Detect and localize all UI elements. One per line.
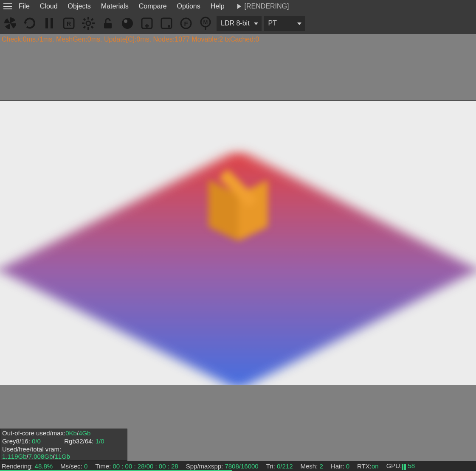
menu-compare[interactable]: Compare (134, 1, 172, 12)
ldr-dropdown-label: LDR 8-bit (221, 20, 250, 27)
ms-val: 0 (84, 463, 87, 470)
snapshot-icon[interactable] (158, 15, 175, 32)
tri-val: 0/212 (277, 463, 293, 470)
spp-val: 7808/16000 (225, 463, 258, 470)
refresh-icon[interactable] (21, 15, 38, 32)
vram-free: 7.008Gb (28, 453, 53, 460)
region-icon[interactable]: R (60, 15, 77, 32)
play-icon (237, 4, 241, 9)
svg-rect-0 (45, 18, 48, 28)
svg-line-11 (84, 26, 85, 28)
spp-label: Spp/maxspp: (186, 463, 225, 470)
scene-cube (208, 178, 268, 237)
svg-point-4 (86, 21, 90, 25)
svg-text:M: M (203, 19, 208, 25)
svg-line-10 (91, 26, 93, 28)
ooc-label: Out-of-core used/max: (2, 429, 65, 437)
hamburger-icon[interactable] (2, 0, 14, 12)
tri-label: Tri: (266, 463, 277, 470)
gpu-val: 58 (408, 462, 415, 469)
sphere-icon[interactable] (119, 15, 136, 32)
render-status: [RENDERING] (237, 3, 289, 10)
stats-panel: Out-of-core used/max:0Kb/4Gb Grey8/16: 0… (0, 429, 127, 461)
gear-icon[interactable] (80, 15, 97, 32)
vram-total: 11Gb (54, 453, 70, 460)
menu-cloud[interactable]: Cloud (35, 1, 63, 12)
mesh-label: Mesh: (301, 463, 320, 470)
focus-icon[interactable]: F (177, 15, 194, 32)
svg-line-12 (91, 19, 93, 20)
ms-label: Ms/sec: (60, 463, 84, 470)
ooc-used: 0Kb (65, 429, 77, 437)
render-status-label: [RENDERING] (245, 3, 289, 10)
render-icon[interactable] (2, 15, 19, 32)
menu-objects[interactable]: Objects (63, 1, 96, 12)
material-pin-icon[interactable]: M (197, 15, 214, 32)
svg-line-9 (84, 19, 85, 20)
hair-label: Hair: (331, 463, 346, 470)
svg-rect-1 (51, 18, 53, 28)
hair-val: 0 (346, 463, 349, 470)
debug-line: Check:0ms./1ms. MeshGen:0ms. Update[C]:0… (0, 34, 476, 45)
vram-label: Used/free/total vram: (2, 446, 61, 453)
menu-bar: File Cloud Objects Materials Compare Opt… (0, 0, 476, 13)
svg-rect-13 (104, 23, 112, 28)
rgb-val: 1/0 (96, 437, 104, 445)
mode-dropdown[interactable]: PT (264, 16, 305, 31)
grey-val: 0/0 (32, 437, 41, 445)
toolbar: R F M LDR 8-bit PT (0, 13, 476, 34)
svg-point-14 (122, 18, 133, 29)
mesh-val: 2 (320, 463, 323, 470)
svg-point-20 (168, 25, 170, 28)
pause-icon[interactable] (41, 15, 58, 32)
ooc-max: 4Gb (79, 429, 90, 437)
mode-dropdown-label: PT (268, 20, 277, 27)
gpu-label: GPU: (386, 462, 402, 469)
render-area (0, 100, 476, 385)
render-pct: 48.8% (35, 463, 53, 470)
add-layer-icon[interactable] (138, 15, 155, 32)
time-val: 00 : 00 : 28/00 : 00 : 28 (113, 463, 178, 470)
vram-used: 1.119Gb (2, 453, 27, 460)
svg-text:F: F (184, 20, 188, 27)
lock-icon[interactable] (99, 15, 116, 32)
menu-help[interactable]: Help (206, 1, 230, 12)
rtx-val: on (372, 463, 379, 470)
viewport[interactable] (0, 45, 476, 427)
menu-options[interactable]: Options (172, 1, 206, 12)
ldr-dropdown[interactable]: LDR 8-bit (217, 16, 262, 31)
grey-label: Grey8/16: (2, 437, 32, 445)
gpu-bars-icon (402, 464, 406, 470)
menu-materials[interactable]: Materials (96, 1, 134, 12)
svg-point-15 (124, 20, 127, 23)
svg-text:R: R (67, 20, 71, 27)
rtx-label: RTX: (357, 463, 372, 470)
time-label: Time: (95, 463, 113, 470)
menu-file[interactable]: File (14, 1, 35, 12)
rgb-label: Rgb32/64: (64, 437, 95, 445)
status-bar: Rendering: 48.8% Ms/sec: 0 Time: 00 : 00… (0, 461, 476, 471)
render-label: Rendering: (2, 463, 35, 470)
